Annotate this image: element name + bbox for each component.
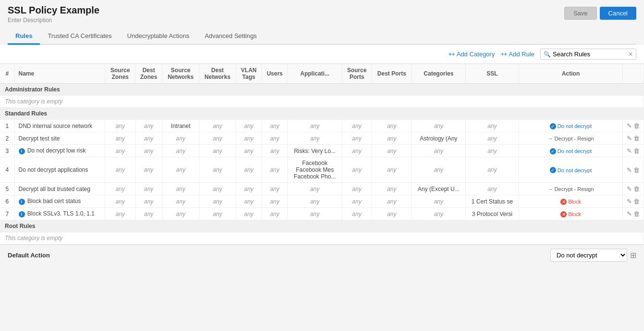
edit-icon[interactable]: ✎ — [627, 147, 632, 154]
rule-ssl: 1 Cert Status se — [466, 195, 519, 208]
col-vlan-tags: VLANTags — [236, 64, 262, 84]
rule-users: any — [261, 132, 287, 145]
rule-name: i Block SSLv3. TLS 1.0, 1.1 — [14, 208, 105, 220]
rule-ssl: any — [466, 145, 519, 157]
rule-source-ports: any — [342, 145, 372, 157]
add-category-button[interactable]: + + Add Category — [448, 51, 495, 58]
rule-dest-zones: any — [135, 120, 162, 132]
delete-icon[interactable]: 🗑 — [633, 210, 640, 217]
page-title: SSL Policy Example — [8, 5, 99, 16]
rule-dest-networks: any — [199, 157, 236, 183]
cancel-button[interactable]: Cancel — [600, 7, 636, 20]
delete-icon[interactable]: 🗑 — [633, 147, 640, 154]
rule-source-zones: any — [105, 208, 135, 220]
tab-rules[interactable]: Rules — [8, 28, 40, 45]
edit-icon[interactable]: ✎ — [627, 166, 632, 174]
tab-undecryptable[interactable]: Undecryptable Actions — [120, 28, 197, 45]
rule-categories: any — [412, 195, 466, 208]
save-button[interactable]: Save — [564, 7, 597, 20]
grid-icon[interactable]: ⊞ — [630, 251, 636, 260]
edit-icon[interactable]: ✎ — [627, 185, 632, 192]
rule-dest-networks: any — [199, 195, 236, 208]
col-num: # — [0, 64, 14, 84]
section-title: Administrator Rules — [0, 84, 644, 96]
rule-source-networks: any — [162, 183, 199, 195]
rules-table: # Name SourceZones DestZones SourceNetwo… — [0, 64, 644, 244]
rule-source-zones: any — [105, 183, 135, 195]
rule-source-zones: any — [105, 120, 135, 132]
tab-trusted-ca[interactable]: Trusted CA Certificates — [40, 28, 119, 45]
tab-advanced[interactable]: Advanced Settings — [197, 28, 264, 45]
rule-users: any — [261, 183, 287, 195]
delete-icon[interactable]: 🗑 — [633, 198, 640, 205]
rule-source-networks: any — [162, 157, 199, 183]
rule-categories: Astrology (Any — [412, 132, 466, 145]
rule-source-networks: Intranet — [162, 120, 199, 132]
rule-applications: any — [288, 195, 342, 208]
rule-edit-delete: ✎🗑 — [623, 208, 644, 220]
rule-dest-ports: any — [372, 145, 412, 157]
rule-dest-zones: any — [135, 195, 162, 208]
search-input[interactable] — [553, 51, 626, 58]
col-dest-networks: DestNetworks — [199, 64, 236, 84]
rule-dest-networks: any — [199, 132, 236, 145]
table-row[interactable]: 2Decrypt test siteanyanyanyanyanyanyanya… — [0, 132, 644, 145]
rule-name: Decrypt test site — [14, 132, 105, 145]
col-name: Name — [14, 64, 105, 84]
rule-categories: any — [412, 208, 466, 220]
rule-source-ports: any — [342, 120, 372, 132]
rules-table-container: # Name SourceZones DestZones SourceNetwo… — [0, 64, 644, 244]
info-icon: i — [19, 199, 25, 205]
rule-name: DND internal source network — [14, 120, 105, 132]
rule-vlan-tags: any — [236, 208, 262, 220]
table-row[interactable]: 3i Do not decrypt low riskanyanyanyanyan… — [0, 145, 644, 157]
rule-categories: any — [412, 157, 466, 183]
rule-edit-delete: ✎🗑 — [623, 195, 644, 208]
rule-source-ports: any — [342, 208, 372, 220]
rule-dest-ports: any — [372, 183, 412, 195]
rule-source-networks: any — [162, 132, 199, 145]
rule-applications: Risks: Very Lo... — [288, 145, 342, 157]
rule-action: ✕ Block — [519, 208, 623, 220]
table-row[interactable]: 1DND internal source networkanyanyIntran… — [0, 120, 644, 132]
add-rule-button[interactable]: + + Add Rule — [500, 51, 534, 58]
col-users: Users — [261, 64, 287, 84]
table-row[interactable]: 5Decrypt all but trusted categanyanyanya… — [0, 183, 644, 195]
section-title: Root Rules — [0, 220, 644, 232]
rule-source-ports: any — [342, 157, 372, 183]
rule-ssl: 3 Protocol Versi — [466, 208, 519, 220]
footer-default-action: Default Action Do not decrypt Decrypt - … — [0, 244, 644, 266]
rule-source-networks: any — [162, 208, 199, 220]
edit-icon[interactable]: ✎ — [627, 198, 632, 205]
rule-number: 5 — [0, 183, 14, 195]
rule-applications: any — [288, 132, 342, 145]
rule-users: any — [261, 208, 287, 220]
delete-icon[interactable]: 🗑 — [633, 185, 640, 192]
edit-icon[interactable]: ✎ — [627, 210, 632, 217]
rule-name: Do not decrypt applications — [14, 157, 105, 183]
table-row[interactable]: 7i Block SSLv3. TLS 1.0, 1.1anyanyanyany… — [0, 208, 644, 220]
delete-icon[interactable]: 🗑 — [633, 122, 640, 129]
rule-dest-ports: any — [372, 157, 412, 183]
rule-dest-ports: any — [372, 132, 412, 145]
col-edit-delete — [623, 64, 644, 84]
rule-name: Decrypt all but trusted categ — [14, 183, 105, 195]
edit-icon[interactable]: ✎ — [627, 135, 632, 142]
delete-icon[interactable]: 🗑 — [633, 166, 640, 174]
table-row[interactable]: 6i Block bad cert statusanyanyanyanyanya… — [0, 195, 644, 208]
rule-edit-delete: ✎🗑 — [623, 132, 644, 145]
rule-source-zones: any — [105, 132, 135, 145]
rule-action: ✓ Do not decrypt — [519, 120, 623, 132]
default-action-select[interactable]: Do not decrypt Decrypt - Resign Block — [550, 249, 627, 262]
col-dest-zones: DestZones — [135, 64, 162, 84]
clear-search-icon[interactable]: ✕ — [628, 51, 633, 58]
rule-dest-networks: any — [199, 120, 236, 132]
rule-vlan-tags: any — [236, 157, 262, 183]
empty-category-row: This category is empty — [0, 232, 644, 244]
rule-name: i Do not decrypt low risk — [14, 145, 105, 157]
info-icon: i — [19, 211, 25, 217]
delete-icon[interactable]: 🗑 — [633, 135, 640, 142]
table-row[interactable]: 4Do not decrypt applicationsanyanyanyany… — [0, 157, 644, 183]
edit-icon[interactable]: ✎ — [627, 122, 632, 129]
col-action: Action — [519, 64, 623, 84]
